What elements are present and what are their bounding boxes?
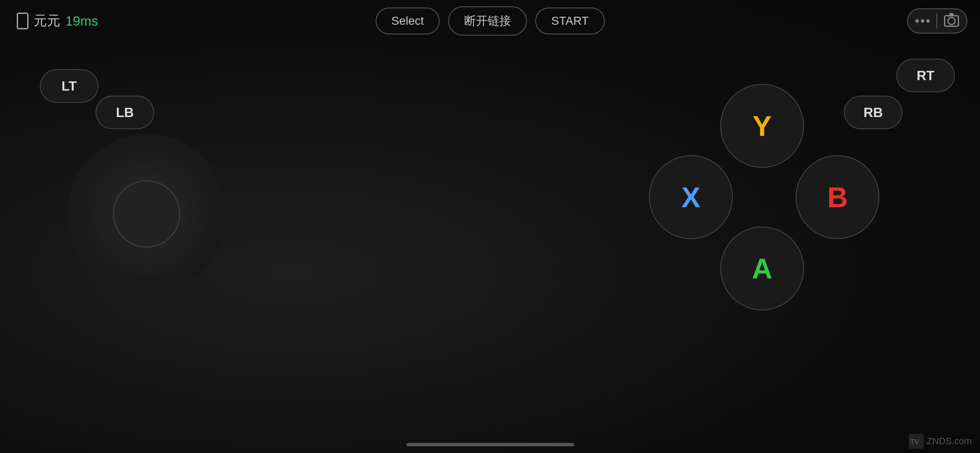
watermark: TV ZNDS.com <box>909 434 972 449</box>
dot1 <box>915 19 919 23</box>
disconnect-button[interactable]: 断开链接 <box>448 6 527 36</box>
watermark-text: ZNDS.com <box>926 436 972 447</box>
lt-button[interactable]: LT <box>40 69 98 103</box>
x-button[interactable]: X <box>649 155 733 239</box>
start-button[interactable]: START <box>535 8 605 34</box>
dots-icon <box>915 19 930 23</box>
top-bar: 元元 19ms Select 断开链接 START <box>0 0 980 42</box>
latency-value: 19ms <box>65 13 98 29</box>
a-button[interactable]: A <box>720 226 804 310</box>
menu-pill[interactable] <box>907 8 967 34</box>
joystick-inner <box>113 180 180 247</box>
lb-button[interactable]: LB <box>96 96 154 129</box>
rb-button[interactable]: RB <box>844 96 902 129</box>
home-indicator <box>406 443 574 446</box>
y-button[interactable]: Y <box>720 84 804 168</box>
watermark-icon: TV <box>909 434 924 449</box>
top-right-controls[interactable] <box>907 8 967 34</box>
svg-text:TV: TV <box>910 438 919 445</box>
b-button[interactable]: B <box>796 155 879 239</box>
select-button[interactable]: Select <box>375 8 440 34</box>
device-name: 元元 <box>34 12 60 30</box>
left-joystick[interactable] <box>67 134 226 294</box>
pill-divider <box>936 13 937 29</box>
dot2 <box>921 19 924 23</box>
device-info: 元元 19ms <box>17 12 98 30</box>
phone-icon <box>17 13 28 29</box>
rt-button[interactable]: RT <box>896 59 955 92</box>
camera-icon <box>944 15 959 27</box>
center-buttons: Select 断开链接 START <box>375 6 605 36</box>
dot3 <box>926 19 930 23</box>
